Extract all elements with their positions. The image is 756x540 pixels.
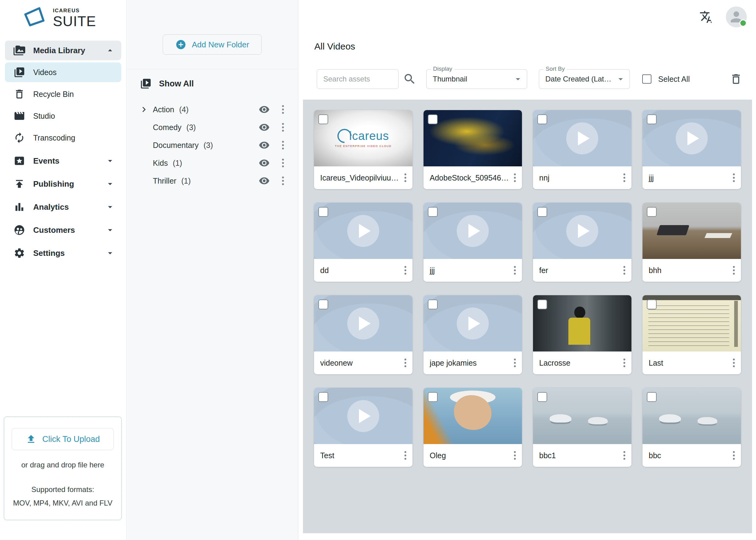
video-select-checkbox[interactable] <box>318 392 328 402</box>
video-menu-kebab[interactable] <box>622 450 627 461</box>
video-menu-kebab[interactable] <box>513 357 517 368</box>
upload-dropzone[interactable]: Click To Upload or drag and drop file he… <box>4 416 122 520</box>
show-all-folders[interactable]: Show All <box>126 69 298 92</box>
video-select-checkbox[interactable] <box>318 207 328 217</box>
video-menu-kebab[interactable] <box>732 357 736 368</box>
video-card[interactable]: videonew <box>314 295 412 374</box>
video-menu-kebab[interactable] <box>513 450 517 461</box>
video-select-checkbox[interactable] <box>647 207 657 217</box>
collapse-up-icon[interactable] <box>105 46 115 55</box>
eye-icon[interactable] <box>259 158 270 169</box>
sidebar-item-customers[interactable]: Customers <box>5 220 121 240</box>
eye-icon[interactable] <box>259 122 270 133</box>
video-select-checkbox[interactable] <box>428 300 438 309</box>
video-card[interactable]: Lacrosse <box>533 295 631 374</box>
sidebar-item-publishing[interactable]: Publishing <box>5 174 121 194</box>
sidebar-item-recycle-bin[interactable]: Recycle Bin <box>5 84 121 104</box>
video-thumbnail[interactable] <box>314 295 412 351</box>
video-menu-kebab[interactable] <box>403 265 407 276</box>
video-thumbnail[interactable]: icareusTHE ENTERPRISE VIDEO CLOUD <box>314 110 412 166</box>
select-all-control[interactable]: Select All <box>642 74 690 84</box>
video-card[interactable]: icareusTHE ENTERPRISE VIDEO CLOUD Icareu… <box>314 110 412 189</box>
chevron-down-icon[interactable] <box>105 156 115 166</box>
chevron-down-icon[interactable] <box>105 179 115 189</box>
video-select-checkbox[interactable] <box>318 300 328 309</box>
sidebar-item-videos[interactable]: Videos <box>5 63 121 82</box>
chevron-right-icon[interactable] <box>139 104 149 115</box>
video-menu-kebab[interactable] <box>732 172 736 183</box>
eye-icon[interactable] <box>259 104 270 115</box>
video-select-checkbox[interactable] <box>428 392 438 402</box>
video-card[interactable]: nnj <box>533 110 631 189</box>
folder-name[interactable]: Documentary <box>153 141 199 150</box>
folder-row-kids[interactable]: Kids (1) <box>126 154 298 172</box>
chevron-down-icon[interactable] <box>105 248 115 258</box>
folder-menu-kebab[interactable] <box>281 104 285 115</box>
video-thumbnail[interactable] <box>423 388 522 444</box>
video-menu-kebab[interactable] <box>403 172 407 183</box>
language-icon[interactable] <box>699 10 713 24</box>
video-thumbnail[interactable] <box>423 202 522 259</box>
video-select-checkbox[interactable] <box>318 114 328 124</box>
folder-name[interactable]: Thriller <box>153 177 176 186</box>
video-card[interactable]: Oleg <box>423 388 522 467</box>
sidebar-item-transcoding[interactable]: Transcoding <box>5 128 121 148</box>
video-menu-kebab[interactable] <box>622 357 627 368</box>
video-menu-kebab[interactable] <box>732 265 736 276</box>
video-card[interactable]: jape jokamies <box>423 295 522 374</box>
video-card[interactable]: bbc1 <box>533 388 631 467</box>
video-select-checkbox[interactable] <box>647 392 657 402</box>
video-menu-kebab[interactable] <box>403 357 407 368</box>
select-all-checkbox[interactable] <box>642 74 652 84</box>
video-select-checkbox[interactable] <box>537 114 547 124</box>
video-thumbnail[interactable] <box>314 202 412 259</box>
video-menu-kebab[interactable] <box>513 172 517 183</box>
video-select-checkbox[interactable] <box>537 207 547 217</box>
video-select-checkbox[interactable] <box>647 114 657 124</box>
video-card[interactable]: bbc <box>643 388 741 467</box>
video-select-checkbox[interactable] <box>537 300 547 309</box>
video-card[interactable]: dd <box>314 202 412 282</box>
sidebar-item-settings[interactable]: Settings <box>5 243 121 263</box>
video-card[interactable]: jjj <box>423 202 522 282</box>
video-thumbnail[interactable] <box>314 388 412 444</box>
search-input[interactable] <box>317 69 398 89</box>
search-icon[interactable] <box>403 72 416 86</box>
folder-name[interactable]: Action <box>153 105 174 114</box>
video-menu-kebab[interactable] <box>513 265 517 276</box>
upload-button[interactable]: Click To Upload <box>12 428 114 450</box>
folder-row-action[interactable]: Action (4) <box>126 100 298 118</box>
video-thumbnail[interactable] <box>643 202 741 259</box>
chevron-down-icon[interactable] <box>105 202 115 212</box>
video-thumbnail[interactable] <box>643 295 741 351</box>
folder-menu-kebab[interactable] <box>281 140 285 151</box>
add-new-folder-button[interactable]: Add New Folder <box>163 35 262 55</box>
folder-row-comedy[interactable]: Comedy (3) <box>126 118 298 136</box>
folder-menu-kebab[interactable] <box>281 122 285 133</box>
sidebar-item-events[interactable]: Events <box>5 151 121 171</box>
eye-icon[interactable] <box>259 140 270 151</box>
video-card[interactable]: Last <box>643 295 741 374</box>
video-thumbnail[interactable] <box>643 110 741 166</box>
eye-icon[interactable] <box>259 175 270 186</box>
video-select-checkbox[interactable] <box>647 300 657 309</box>
video-thumbnail[interactable] <box>643 388 741 444</box>
video-card[interactable]: Test <box>314 388 412 467</box>
user-avatar[interactable] <box>726 6 747 27</box>
video-thumbnail[interactable] <box>533 388 631 444</box>
video-thumbnail[interactable] <box>533 295 631 351</box>
folder-name[interactable]: Kids <box>153 159 168 168</box>
video-select-checkbox[interactable] <box>428 114 438 124</box>
sort-select[interactable]: Sort By Date Created (Latest Fir... <box>539 69 630 89</box>
sidebar-item-studio[interactable]: Studio <box>5 106 121 126</box>
video-card[interactable]: jjj <box>643 110 741 189</box>
video-menu-kebab[interactable] <box>622 172 627 183</box>
display-select[interactable]: Display Thumbnail <box>426 69 527 89</box>
video-select-checkbox[interactable] <box>537 392 547 402</box>
sidebar-item-analytics[interactable]: Analytics <box>5 197 121 217</box>
delete-selected-icon[interactable] <box>729 72 742 85</box>
video-menu-kebab[interactable] <box>403 450 407 461</box>
video-card[interactable]: bhh <box>643 202 741 282</box>
video-thumbnail[interactable] <box>533 110 631 166</box>
video-card[interactable]: fer <box>533 202 631 282</box>
